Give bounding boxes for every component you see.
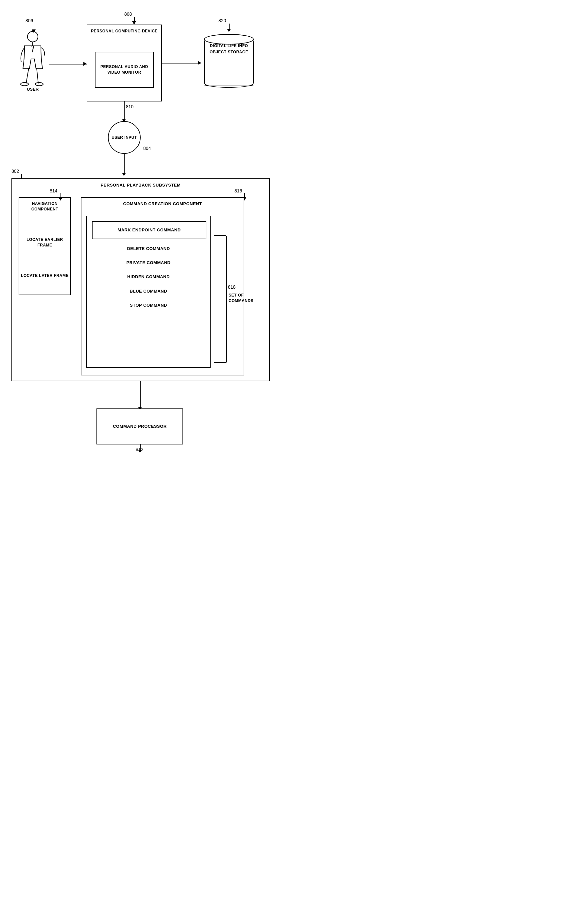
hidden-command-label: HIDDEN COMMAND bbox=[92, 274, 205, 280]
ref-810: 810 bbox=[126, 104, 133, 109]
svg-point-2 bbox=[21, 83, 29, 86]
locate-later-label: LOCATE LATER FRAME bbox=[21, 273, 69, 279]
user-label: USER bbox=[27, 87, 39, 92]
arrow-pcd-to-userinput-line bbox=[124, 102, 124, 120]
user-figure: USER bbox=[18, 29, 47, 92]
arrow-808-head bbox=[132, 21, 136, 24]
ref-818: 818 bbox=[228, 284, 236, 290]
storage-svg bbox=[203, 33, 255, 92]
navigation-component-box: NAVIGATION COMPONENT LOCATE EARLIER FRAM… bbox=[19, 197, 71, 295]
ref-814: 814 bbox=[50, 188, 57, 193]
ref-802: 802 bbox=[11, 168, 19, 174]
diagram: 806 USER 808 bbox=[0, 0, 294, 458]
ccc-label: COMMAND CREATION COMPONENT bbox=[85, 201, 241, 207]
storage-cylinder: DIGITAL LIFE INFO OBJECT STORAGE bbox=[203, 33, 255, 92]
user-input-circle: USER INPUT bbox=[108, 121, 141, 154]
command-processor-label: COMMAND PROCESSOR bbox=[113, 423, 167, 429]
arrow-userinput-to-pps-line bbox=[124, 154, 124, 173]
locate-earlier-label: LOCATE EARLIER FRAME bbox=[19, 237, 70, 248]
pcd-label: PERSONAL COMPUTING DEVICE bbox=[91, 29, 158, 34]
arrow-user-to-pcd-line bbox=[49, 64, 87, 65]
commands-inner-box: MARK ENDPOINT COMMAND DELETE COMMAND PRI… bbox=[86, 216, 211, 368]
audio-video-label: PERSONAL AUDIO AND VIDEO MONITOR bbox=[95, 64, 153, 75]
private-command-label: PRIVATE COMMAND bbox=[92, 260, 205, 266]
arrow-userinput-to-pps-head bbox=[122, 173, 126, 176]
arrow-pcd-to-storage-line bbox=[162, 63, 201, 63]
personal-playback-subsystem-box: PERSONAL PLAYBACK SUBSYSTEM NAVIGATION C… bbox=[11, 178, 270, 381]
arrow-user-to-pcd-head bbox=[83, 62, 87, 66]
stop-command-label: STOP COMMAND bbox=[92, 303, 205, 308]
arrow-820-head bbox=[227, 29, 231, 32]
arrow-pcd-to-storage-head bbox=[198, 61, 201, 65]
ref-808: 808 bbox=[124, 11, 132, 17]
ref-804: 804 bbox=[143, 146, 151, 151]
audio-video-monitor-box: PERSONAL AUDIO AND VIDEO MONITOR bbox=[95, 52, 154, 88]
user-svg bbox=[18, 29, 47, 88]
mark-endpoint-box: MARK ENDPOINT COMMAND bbox=[92, 221, 206, 239]
ref-806: 806 bbox=[26, 18, 33, 23]
mark-endpoint-label: MARK ENDPOINT COMMAND bbox=[117, 227, 181, 233]
command-processor-box: COMMAND PROCESSOR bbox=[97, 408, 183, 444]
pps-label: PERSONAL PLAYBACK SUBSYSTEM bbox=[15, 182, 266, 188]
arrow-812-head bbox=[138, 450, 142, 453]
storage-label-container: DIGITAL LIFE INFO OBJECT STORAGE bbox=[203, 42, 255, 55]
arrow-814-head bbox=[58, 198, 63, 201]
user-input-label: USER INPUT bbox=[111, 135, 137, 140]
svg-point-0 bbox=[27, 31, 38, 42]
set-commands-label: SET OF COMMANDS bbox=[229, 293, 254, 304]
arrow-pps-to-cp-line bbox=[140, 381, 141, 408]
storage-label: DIGITAL LIFE INFO OBJECT STORAGE bbox=[210, 44, 248, 54]
arrow-806-line bbox=[34, 24, 34, 30]
set-commands-bracket bbox=[214, 235, 227, 363]
personal-computing-device-box: PERSONAL COMPUTING DEVICE PERSONAL AUDIO… bbox=[87, 24, 162, 102]
svg-point-3 bbox=[36, 83, 43, 86]
ref-816: 816 bbox=[234, 188, 242, 193]
delete-command-label: DELETE COMMAND bbox=[92, 246, 205, 252]
ref-820: 820 bbox=[218, 18, 226, 23]
blue-command-label: BLUE COMMAND bbox=[92, 288, 205, 294]
command-creation-component-box: COMMAND CREATION COMPONENT MARK ENDPOINT… bbox=[81, 197, 244, 376]
nav-component-label: NAVIGATION COMPONENT bbox=[19, 201, 70, 212]
